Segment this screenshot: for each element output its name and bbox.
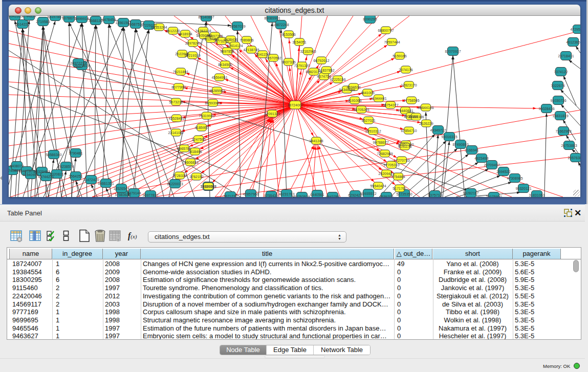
svg-text:94705205: 94705205	[353, 108, 369, 112]
svg-text:27758595: 27758595	[403, 99, 419, 102]
svg-text:2191066: 2191066	[347, 99, 361, 102]
svg-text:1527021: 1527021	[361, 119, 375, 122]
svg-text:68800797: 68800797	[378, 29, 394, 32]
svg-text:88461803: 88461803	[18, 169, 34, 173]
svg-text:71662963: 71662963	[555, 129, 571, 133]
svg-text:2694522: 2694522	[496, 170, 510, 173]
svg-text:4823498: 4823498	[474, 157, 488, 160]
svg-text:26753883: 26753883	[561, 144, 577, 147]
svg-text:5614226: 5614226	[15, 23, 29, 26]
svg-text:23718431: 23718431	[558, 54, 574, 58]
svg-text:18526544: 18526544	[113, 187, 129, 190]
svg-text:58586340: 58586340	[46, 153, 61, 157]
svg-text:20576383: 20576383	[568, 156, 580, 160]
svg-text:67854710: 67854710	[401, 129, 417, 133]
svg-text:4191175: 4191175	[398, 145, 412, 148]
svg-text:74606833: 74606833	[182, 161, 198, 164]
svg-text:1790481: 1790481	[69, 151, 82, 155]
svg-text:4185957: 4185957	[194, 126, 208, 129]
svg-text:3564251: 3564251	[69, 174, 82, 178]
svg-text:45935572: 45935572	[360, 192, 376, 195]
svg-text:36697396: 36697396	[207, 34, 223, 38]
svg-text:91030736: 91030736	[550, 99, 566, 102]
svg-text:5159166: 5159166	[393, 54, 406, 58]
svg-text:83140807: 83140807	[198, 16, 214, 19]
svg-text:39587039: 39587039	[229, 25, 245, 28]
svg-text:8434500: 8434500	[218, 63, 232, 67]
svg-text:84752529: 84752529	[294, 195, 310, 197]
svg-text:5171761: 5171761	[393, 187, 406, 190]
svg-text:3154051: 3154051	[292, 40, 306, 44]
svg-text:52091325: 52091325	[264, 112, 280, 116]
svg-text:24942603: 24942603	[9, 16, 23, 18]
svg-text:49349722: 49349722	[430, 128, 446, 132]
svg-text:97225156: 97225156	[330, 78, 345, 81]
svg-text:38754377: 38754377	[382, 103, 398, 107]
svg-text:84593961: 84593961	[205, 101, 221, 105]
svg-text:7754864: 7754864	[391, 175, 405, 179]
svg-text:2166941: 2166941	[465, 148, 478, 152]
svg-text:95320121: 95320121	[515, 187, 531, 190]
svg-text:1247595: 1247595	[191, 138, 205, 141]
svg-text:41944441: 41944441	[371, 97, 386, 100]
svg-text:52235350: 52235350	[396, 192, 412, 196]
svg-text:87490893: 87490893	[452, 143, 468, 146]
svg-text:45594951: 45594951	[211, 76, 227, 79]
svg-text:75319931: 75319931	[199, 114, 214, 118]
svg-text:96282117: 96282117	[463, 191, 479, 195]
svg-text:19510312: 19510312	[365, 129, 381, 133]
svg-text:7728339: 7728339	[172, 174, 186, 178]
svg-text:17270733: 17270733	[394, 159, 409, 162]
svg-text:83197857: 83197857	[47, 16, 63, 18]
svg-text:51837852: 51837852	[318, 69, 334, 72]
svg-text:70597444: 70597444	[384, 40, 400, 44]
svg-text:5673212: 5673212	[169, 100, 183, 104]
svg-text:5418934: 5418934	[178, 32, 192, 36]
svg-text:48285503: 48285503	[209, 89, 225, 93]
svg-text:72682989: 72682989	[377, 152, 393, 156]
svg-text:23141087: 23141087	[168, 131, 184, 135]
svg-text:70211891: 70211891	[173, 70, 189, 74]
svg-text:3762152: 3762152	[189, 175, 203, 179]
svg-text:2074176: 2074176	[399, 68, 412, 72]
svg-text:7022674: 7022674	[551, 84, 564, 87]
svg-text:10289289: 10289289	[200, 185, 216, 188]
svg-text:4539704: 4539704	[379, 195, 393, 197]
svg-text:6438436: 6438436	[224, 38, 237, 41]
svg-text:76238574: 76238574	[58, 165, 74, 168]
svg-text:61220073: 61220073	[167, 182, 183, 186]
svg-text:47308985: 47308985	[507, 177, 522, 180]
svg-text:12614124: 12614124	[227, 44, 243, 48]
svg-text:7089806: 7089806	[239, 38, 253, 42]
svg-text:66792612: 66792612	[313, 59, 329, 62]
svg-text:4841005: 4841005	[360, 91, 374, 95]
svg-text:9937326: 9937326	[281, 60, 295, 64]
svg-text:31472420: 31472420	[83, 178, 99, 182]
svg-text:42857966: 42857966	[243, 192, 258, 196]
svg-text:99788677: 99788677	[373, 141, 388, 144]
svg-text:24972279: 24972279	[70, 61, 86, 65]
svg-text:96977837: 96977837	[142, 193, 158, 197]
svg-text:73791320: 73791320	[294, 64, 310, 68]
svg-text:33978249: 33978249	[185, 41, 201, 45]
svg-text:2626229: 2626229	[419, 122, 433, 125]
svg-text:9153566: 9153566	[281, 33, 295, 36]
svg-text:8078673: 8078673	[62, 16, 76, 20]
svg-text:4842788: 4842788	[325, 195, 339, 197]
svg-text:43744231: 43744231	[38, 175, 54, 179]
svg-text:4612365: 4612365	[566, 40, 580, 44]
svg-text:3871230: 3871230	[223, 194, 237, 197]
svg-text:4694634: 4694634	[346, 85, 360, 89]
svg-text:9375710: 9375710	[428, 193, 442, 197]
svg-text:8755439: 8755439	[264, 194, 278, 197]
svg-text:12823170: 12823170	[401, 83, 417, 87]
svg-text:8090293: 8090293	[363, 17, 377, 21]
svg-text:10872248: 10872248	[273, 23, 289, 27]
svg-text:89089901: 89089901	[264, 16, 280, 20]
svg-text:8077999: 8077999	[171, 85, 185, 89]
svg-text:7818496: 7818496	[188, 150, 202, 154]
svg-text:9897858: 9897858	[220, 50, 234, 53]
svg-text:2022698: 2022698	[175, 52, 189, 56]
svg-text:66661351: 66661351	[98, 182, 114, 185]
svg-text:24282218: 24282218	[195, 29, 211, 33]
